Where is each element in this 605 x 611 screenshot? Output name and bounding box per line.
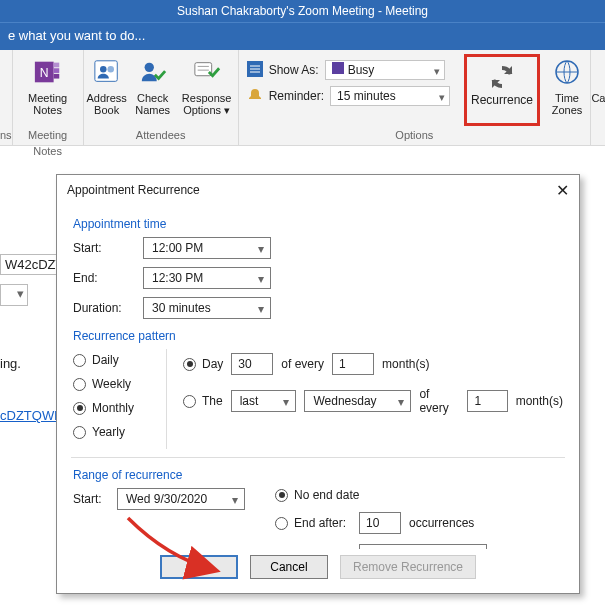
time-zones-button[interactable]: Time Zones [544,54,590,118]
categorize-label: Categorize [591,92,605,104]
duration-label: Duration: [73,301,133,315]
section-range: Range of recurrence [73,468,563,482]
reminder-icon [247,87,263,106]
window-titlebar: Sushan Chakraborty's Zoom Meeting - Meet… [0,0,605,22]
tell-me-text: e what you want to do... [8,28,145,43]
svg-point-6 [100,66,107,73]
end-time-label: End: [73,271,133,285]
pattern-monthly-radio[interactable]: Monthly [73,401,166,415]
section-recurrence-pattern: Recurrence pattern [73,329,563,343]
group-label-attendees: Attendees [84,127,238,145]
end-after-radio[interactable]: End after: [275,516,351,530]
ribbon: ns N Meeting Notes Meeting Notes Address… [0,48,605,146]
recurrence-button[interactable]: Recurrence [464,54,540,126]
show-as-icon [247,61,263,80]
bg-frag-2: ing. [0,356,21,371]
svg-point-8 [144,63,153,72]
section-appointment-time: Appointment time [73,217,563,231]
the-every-n-months-input[interactable]: 1 [467,390,507,412]
categorize-button[interactable]: Categorize [591,54,605,106]
of-every-text: of every [281,357,324,371]
window-title: Sushan Chakraborty's Zoom Meeting - Meet… [177,4,428,18]
no-end-date-radio[interactable]: No end date [275,488,359,502]
response-options-label: Response Options ▾ [182,92,232,117]
reminder-label: Reminder: [269,89,324,103]
pattern-weekly-radio[interactable]: Weekly [73,377,166,391]
address-book-label: Address Book [86,92,126,116]
address-book-icon [91,56,123,88]
months-suffix-text: month(s) [382,357,429,371]
onenote-icon: N [32,56,64,88]
svg-text:N: N [39,66,48,80]
occurrences-text: occurrences [409,516,474,530]
range-start-select[interactable]: Wed 9/30/2020 [117,488,245,510]
check-names-label: Check Names [135,92,170,116]
globe-icon [551,56,583,88]
pattern-day-option-radio[interactable]: Day [183,357,223,371]
reminder-select[interactable]: 15 minutes [330,86,450,106]
show-as-value: Busy [348,63,375,77]
meeting-notes-label: Meeting Notes [28,92,67,116]
end-time-select[interactable]: 12:30 PM [143,267,271,289]
svg-rect-2 [53,63,59,68]
divider [71,457,565,458]
recurrence-icon [486,61,518,93]
end-after-input[interactable]: 10 [359,512,401,534]
recurrence-label: Recurrence [471,93,533,107]
response-options-button[interactable]: Response Options ▾ [176,54,238,119]
group-label-meeting-notes: Meeting Notes [13,127,83,145]
range-start-label: Start: [73,492,109,506]
show-as-label: Show As: [269,63,319,77]
show-as-select[interactable]: Busy [325,60,445,80]
the-of-every-text: of every [419,387,459,415]
check-names-icon [137,56,169,88]
dialog-title: Appointment Recurrence [67,183,200,197]
ordinal-select[interactable]: last [231,390,297,412]
dialog-buttons: OK Cancel Remove Recurrence [57,549,579,593]
time-zones-label: Time Zones [552,92,583,116]
weekday-select[interactable]: Wednesday [304,390,411,412]
day-of-month-input[interactable]: 30 [231,353,273,375]
group-label-options: Options [239,127,590,145]
bg-frag-link[interactable]: cDZTQWh [0,408,61,423]
close-button[interactable]: ✕ [556,181,569,200]
every-n-months-input[interactable]: 1 [332,353,374,375]
bg-combo[interactable] [0,284,28,306]
address-book-button[interactable]: Address Book [84,54,130,118]
cancel-button[interactable]: Cancel [250,555,328,579]
remove-recurrence-button[interactable]: Remove Recurrence [340,555,476,579]
group-label-left-frag: ns [0,127,12,145]
meeting-notes-button[interactable]: N Meeting Notes [13,54,83,118]
check-names-button[interactable]: Check Names [130,54,176,118]
duration-select[interactable]: 30 minutes [143,297,271,319]
svg-point-7 [107,66,114,73]
reminder-value: 15 minutes [337,89,396,103]
response-options-icon [191,56,223,88]
pattern-the-option-radio[interactable]: The [183,394,223,408]
svg-rect-4 [53,74,59,79]
end-by-select[interactable]: Wed 6/30/2021 [359,544,487,549]
start-time-select[interactable]: 12:00 PM [143,237,271,259]
dialog-titlebar: Appointment Recurrence ✕ [57,175,579,205]
svg-rect-3 [53,68,59,73]
appointment-recurrence-dialog: Appointment Recurrence ✕ Appointment tim… [56,174,580,594]
tell-me-bar[interactable]: e what you want to do... [0,22,605,48]
ok-button[interactable]: OK [160,555,238,579]
pattern-daily-radio[interactable]: Daily [73,353,166,367]
busy-color-swatch [332,62,344,74]
pattern-yearly-radio[interactable]: Yearly [73,425,166,439]
the-months-suffix-text: month(s) [516,394,563,408]
start-time-label: Start: [73,241,133,255]
